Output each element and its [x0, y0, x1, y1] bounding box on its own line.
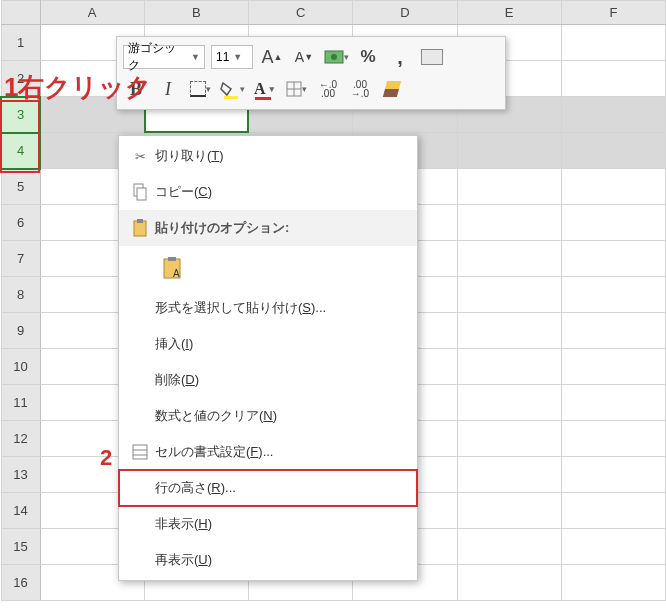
- paste-options-row: A: [119, 246, 417, 290]
- italic-button[interactable]: I: [155, 76, 181, 102]
- svg-rect-6: [137, 188, 146, 200]
- menu-copy[interactable]: コピー(C): [119, 174, 417, 210]
- increase-decimal-button[interactable]: ←.0.00: [315, 76, 341, 102]
- row-header[interactable]: 7: [1, 241, 40, 277]
- row-header[interactable]: 8: [1, 277, 40, 313]
- col-header[interactable]: A: [40, 1, 144, 25]
- menu-paste-options-header: 貼り付けのオプション:: [119, 210, 417, 246]
- menu-paste-special[interactable]: 形式を選択して貼り付け(S)...: [119, 290, 417, 326]
- decrease-decimal-button[interactable]: .00→.0: [347, 76, 373, 102]
- merge-center-button[interactable]: [419, 44, 445, 70]
- row-header[interactable]: 6: [1, 205, 40, 241]
- shrink-font-button[interactable]: A▼: [291, 44, 317, 70]
- menu-label: 行の高さ(R)...: [155, 479, 407, 497]
- money-icon: [324, 49, 344, 65]
- font-size-combo[interactable]: 11 ▼: [211, 45, 253, 69]
- row-header[interactable]: 16: [1, 565, 40, 601]
- menu-label: コピー(C): [155, 183, 407, 201]
- row-header[interactable]: 12: [1, 421, 40, 457]
- menu-label: 挿入(I): [155, 335, 407, 353]
- comma-button[interactable]: ,: [387, 44, 413, 70]
- accounting-format-button[interactable]: ▾: [323, 44, 349, 70]
- menu-label: 形式を選択して貼り付け(S)...: [155, 299, 407, 317]
- merge-icon: [421, 49, 443, 65]
- select-all-corner[interactable]: [1, 1, 40, 25]
- bold-button[interactable]: B: [123, 76, 149, 102]
- menu-hide[interactable]: 非表示(H): [119, 506, 417, 542]
- menu-delete[interactable]: 削除(D): [119, 362, 417, 398]
- grid-icon: [286, 81, 302, 97]
- menu-label: 数式と値のクリア(N): [155, 407, 407, 425]
- format-painter-button[interactable]: [379, 76, 405, 102]
- clipboard-paste-icon: A: [161, 255, 183, 281]
- col-header[interactable]: D: [353, 1, 457, 25]
- font-name-value: 游ゴシック: [128, 40, 187, 74]
- row-header[interactable]: 3: [1, 97, 40, 133]
- font-name-combo[interactable]: 游ゴシック ▼: [123, 45, 205, 69]
- col-header[interactable]: E: [457, 1, 561, 25]
- row-header[interactable]: 11: [1, 385, 40, 421]
- brush-icon: [383, 81, 401, 97]
- chevron-down-icon: ▼: [191, 52, 200, 62]
- borders-grid-button[interactable]: ▾: [283, 76, 309, 102]
- format-cells-icon: [125, 444, 155, 460]
- row-header[interactable]: 1: [1, 25, 40, 61]
- border-button[interactable]: ▾: [187, 76, 213, 102]
- menu-label: セルの書式設定(F)...: [155, 443, 407, 461]
- context-menu: ✂ 切り取り(T) コピー(C) 貼り付けのオプション: A 形式を選択して貼り…: [118, 135, 418, 581]
- menu-label: 切り取り(T): [155, 147, 407, 165]
- menu-label: 貼り付けのオプション:: [155, 219, 407, 237]
- font-color-button[interactable]: A▾: [251, 76, 277, 102]
- menu-format-cells[interactable]: セルの書式設定(F)...: [119, 434, 417, 470]
- col-header[interactable]: F: [561, 1, 665, 25]
- svg-text:A: A: [173, 268, 180, 279]
- row-header[interactable]: 4: [1, 133, 40, 169]
- row-header[interactable]: 15: [1, 529, 40, 565]
- row-header[interactable]: 9: [1, 313, 40, 349]
- fill-color-button[interactable]: ▾: [219, 76, 245, 102]
- menu-cut[interactable]: ✂ 切り取り(T): [119, 138, 417, 174]
- row-header[interactable]: 10: [1, 349, 40, 385]
- menu-clear-contents[interactable]: 数式と値のクリア(N): [119, 398, 417, 434]
- svg-point-1: [331, 54, 337, 60]
- row-header[interactable]: 2: [1, 61, 40, 97]
- menu-label: 非表示(H): [155, 515, 407, 533]
- percent-button[interactable]: %: [355, 44, 381, 70]
- svg-rect-10: [168, 257, 176, 261]
- grow-font-button[interactable]: A▲: [259, 44, 285, 70]
- mini-toolbar: 游ゴシック ▼ 11 ▼ A▲ A▼ ▾ % , B I ▾ ▾ A▾ ▾: [116, 36, 506, 110]
- menu-label: 再表示(U): [155, 551, 407, 569]
- col-header[interactable]: B: [144, 1, 248, 25]
- menu-unhide[interactable]: 再表示(U): [119, 542, 417, 578]
- paste-default-button[interactable]: A: [155, 251, 189, 285]
- menu-row-height[interactable]: 行の高さ(R)...: [119, 470, 417, 506]
- row-header[interactable]: 5: [1, 169, 40, 205]
- clipboard-icon: [125, 218, 155, 238]
- svg-rect-12: [133, 445, 147, 459]
- bucket-icon: [219, 81, 236, 97]
- svg-rect-8: [137, 219, 143, 223]
- border-icon: [190, 81, 206, 97]
- col-header[interactable]: C: [249, 1, 353, 25]
- chevron-down-icon: ▼: [233, 52, 242, 62]
- font-size-value: 11: [216, 50, 229, 64]
- row-header[interactable]: 14: [1, 493, 40, 529]
- scissors-icon: ✂: [125, 149, 155, 164]
- copy-icon: [125, 183, 155, 201]
- row-header[interactable]: 13: [1, 457, 40, 493]
- menu-label: 削除(D): [155, 371, 407, 389]
- svg-rect-7: [134, 221, 146, 236]
- menu-insert[interactable]: 挿入(I): [119, 326, 417, 362]
